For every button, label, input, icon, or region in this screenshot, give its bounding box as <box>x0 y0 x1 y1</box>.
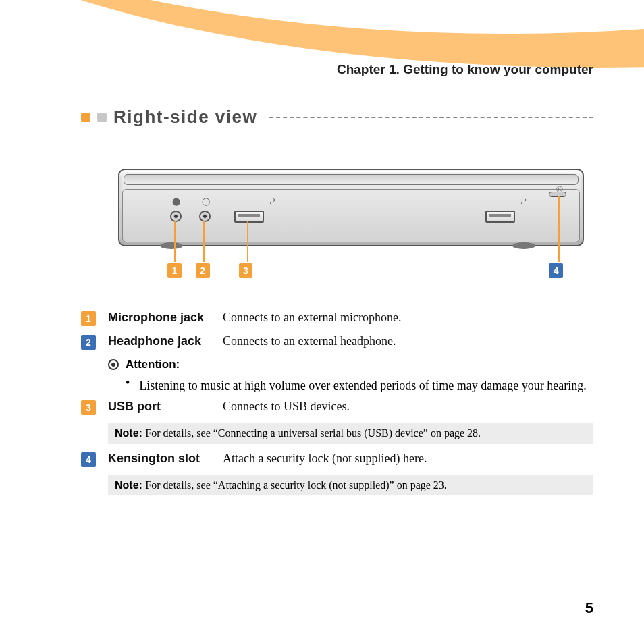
usb-icon: ⇄ <box>269 197 275 206</box>
attention-heading: Attention: <box>108 358 593 371</box>
rule-dashed <box>269 117 593 118</box>
headphone-jack <box>199 211 211 222</box>
item-term: Kensington slot <box>108 452 223 466</box>
note-block: Note: For details, see “Connecting a uni… <box>108 423 593 444</box>
item-desc: Connects to an external headphone. <box>223 334 593 348</box>
headphone-icon: ◯ <box>202 197 210 206</box>
bullet-icon: • <box>126 377 130 394</box>
laptop-edge: ⬤ ◯ ⇄ ⇄ Ⓚ <box>118 169 584 246</box>
mic-icon: ⬤ <box>172 197 180 206</box>
attention-bullet: • Listening to music at high volume over… <box>126 377 593 394</box>
item-badge: 3 <box>81 400 96 415</box>
page-number: 5 <box>585 599 593 617</box>
item-term: Microphone jack <box>108 311 223 325</box>
usb-icon: ⇄ <box>520 197 527 206</box>
chapter-title: Chapter 1. Getting to know your computer <box>337 62 593 77</box>
item-badge: 4 <box>81 452 96 467</box>
laptop-foot <box>160 242 183 249</box>
note-text: For details, see “Connecting a universal… <box>145 427 481 439</box>
item-badge: 2 <box>81 335 96 350</box>
bullet-icon <box>97 113 107 122</box>
bullet-icon <box>81 113 90 122</box>
attention-label: Attention: <box>126 358 180 371</box>
usb-port <box>234 211 264 223</box>
section-title: Right-side view <box>113 107 257 128</box>
callout-badge: 2 <box>196 263 210 278</box>
laptop-lid <box>124 174 579 185</box>
callout-badge: 3 <box>239 263 253 278</box>
item-row: 1 Microphone jack Connects to an externa… <box>81 311 593 326</box>
callout-lead <box>247 221 248 262</box>
attention-text: Listening to music at high volume over e… <box>139 377 586 394</box>
mic-jack <box>170 211 182 222</box>
header-swoosh <box>0 0 644 95</box>
item-desc: Connects to USB devices. <box>223 400 593 414</box>
kensington-slot <box>549 192 566 197</box>
attention-block: Attention: • Listening to music at high … <box>108 358 593 394</box>
section-header: Right-side view <box>81 107 593 128</box>
content-body: 1 Microphone jack Connects to an externa… <box>81 311 593 504</box>
note-block: Note: For details, see “Attaching a secu… <box>108 475 593 495</box>
callout-lead <box>203 221 205 262</box>
item-row: 3 USB port Connects to USB devices. <box>81 400 593 415</box>
callout-lead <box>558 196 560 262</box>
note-text: For details, see “Attaching a security l… <box>145 479 447 491</box>
laptop-foot <box>512 242 535 249</box>
figure-callouts: 1 2 3 4 <box>144 263 563 278</box>
item-term: Headphone jack <box>108 334 223 348</box>
item-term: USB port <box>108 400 223 414</box>
attention-icon <box>108 359 119 370</box>
item-desc: Connects to an external microphone. <box>223 311 593 325</box>
note-label: Note: <box>115 479 145 491</box>
usb-port-2 <box>485 211 515 223</box>
item-badge: 1 <box>81 311 96 326</box>
note-label: Note: <box>115 427 145 439</box>
callout-badge: 4 <box>549 263 563 278</box>
item-row: 4 Kensington slot Attach a security lock… <box>81 452 593 467</box>
callout-badge: 1 <box>167 263 182 278</box>
item-row: 2 Headphone jack Connects to an external… <box>81 334 593 350</box>
item-desc: Attach a security lock (not supplied) he… <box>223 452 593 466</box>
callout-lead <box>174 221 176 262</box>
